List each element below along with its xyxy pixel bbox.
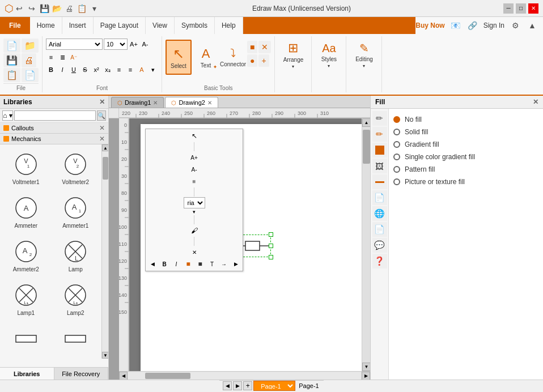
fill-tool-pencil2[interactable]: ✏ (372, 127, 387, 142)
print-file-button[interactable]: 🖨 (22, 53, 36, 67)
gradient-fill-option[interactable]: Gradient fill (393, 138, 538, 151)
copy-button[interactable]: 📄 (22, 68, 39, 82)
align-left-btn[interactable]: ≡ (114, 65, 124, 75)
callouts-section-header[interactable]: Callouts ✕ (0, 123, 108, 134)
prev-page-button[interactable]: ◀ (223, 381, 232, 390)
undo-button[interactable]: ↩ (14, 3, 25, 14)
font-family-select[interactable]: Arial Times New Roman Calibri (46, 39, 103, 50)
menu-help[interactable]: Help (215, 17, 243, 34)
drawing-canvas[interactable]: ↖ A+ A- ≡ rial ▾ (129, 118, 362, 371)
sign-in-button[interactable]: Sign In (483, 22, 504, 29)
file-recovery-tab[interactable]: File Recovery (54, 368, 109, 380)
fill-tool-chat[interactable]: 💬 (372, 238, 387, 253)
ct-a-minus-btn[interactable]: A- (189, 164, 200, 175)
list-item[interactable] (52, 321, 100, 356)
fill-tool-pencil1[interactable]: ✏ (372, 111, 387, 126)
arrange-button[interactable]: ⊞ Arrange ▾ (278, 37, 308, 73)
font-color-dropdown[interactable]: ▾ (148, 65, 158, 75)
list-item[interactable] (2, 321, 50, 356)
scroll-right-button[interactable]: ▶ (362, 372, 370, 380)
fill-tool-image[interactable]: 🖼 (372, 159, 387, 173)
fill-tool-globe[interactable]: 🌐 (372, 206, 387, 221)
menu-insert[interactable]: Insert (62, 17, 94, 34)
font-color-btn[interactable]: A (137, 65, 147, 75)
font-increase-btn[interactable]: A+ (129, 39, 139, 49)
line-spacing-btn[interactable]: ≣ (57, 52, 67, 62)
scroll-down-button[interactable]: ▼ (362, 363, 370, 371)
font-decrease-btn[interactable]: A- (140, 39, 150, 49)
connector-tool-button[interactable]: ⤵ Connector (220, 40, 246, 75)
vertical-scrollbar[interactable]: ▲ ▼ (362, 118, 370, 371)
menu-home[interactable]: Home (30, 17, 62, 34)
handle-tr[interactable] (269, 232, 273, 237)
collapse-icon[interactable]: ▲ (526, 19, 538, 32)
list-item[interactable]: V 1 Voltmeter1 (2, 147, 50, 188)
share-icon[interactable]: 🔗 (466, 19, 479, 32)
ct-italic-btn[interactable]: I (171, 258, 182, 270)
menu-view[interactable]: View (146, 17, 175, 34)
italic-btn[interactable]: I (57, 65, 67, 75)
maximize-button[interactable]: □ (516, 3, 526, 14)
minimize-button[interactable]: ─ (503, 3, 514, 14)
ct-color1-btn[interactable]: ■ (183, 258, 194, 270)
menu-symbols[interactable]: Symbols (175, 17, 215, 34)
handle-mr[interactable] (269, 244, 273, 248)
list-item[interactable]: A Ammeter (2, 190, 50, 232)
font-size-select[interactable]: 10891112 (104, 39, 128, 50)
ct-back-btn[interactable]: ◀ (147, 258, 158, 270)
ct-select-btn[interactable]: ↖ (189, 130, 200, 142)
fill-tool-help[interactable]: ❓ (372, 254, 387, 269)
subscript-btn[interactable]: x₂ (103, 65, 113, 75)
fill-tool-line[interactable] (372, 174, 387, 189)
lib-scroll-up-button[interactable]: ▲ (102, 144, 108, 151)
print-button[interactable]: 🖨 (63, 3, 75, 14)
ct-indent-btn[interactable]: → (218, 258, 230, 270)
solid-fill-option[interactable]: Solid fill (393, 126, 538, 138)
strikethrough-btn[interactable]: S (80, 65, 90, 75)
next-page-button[interactable]: ▶ (233, 381, 242, 390)
buy-now-link[interactable]: Buy Now (415, 22, 444, 29)
ct-font-select[interactable]: rial (184, 197, 205, 208)
drawing2-tab[interactable]: ⬡ Drawing2 ✕ (165, 97, 218, 108)
redo-button[interactable]: ↪ (26, 3, 37, 14)
open-file-button[interactable]: 📁 (22, 39, 39, 53)
scroll-up-button[interactable]: ▲ (362, 118, 370, 127)
list-item[interactable]: L₁ Lamp1 (2, 278, 50, 319)
callouts-close-icon[interactable]: ✕ (99, 124, 105, 132)
single-color-gradient-option[interactable]: Single color gradient fill (393, 151, 538, 163)
drawing1-close[interactable]: ✕ (153, 100, 158, 106)
ct-bold-btn[interactable]: B (159, 258, 170, 270)
fill-close-icon[interactable]: ✕ (533, 98, 538, 106)
handle-br[interactable] (269, 255, 273, 259)
fill-tool-doc[interactable]: 📄 (372, 190, 387, 205)
list-item[interactable]: A 1 Ammeter1 (52, 190, 100, 232)
select-tool-button[interactable]: ↖ Select (166, 40, 192, 75)
scroll-left-button[interactable]: ◀ (119, 372, 128, 380)
drawing2-close[interactable]: ✕ (207, 100, 212, 106)
list-item[interactable]: L₂ Lamp2 (52, 278, 100, 319)
open-button[interactable]: 📂 (51, 3, 62, 14)
fill-tool-doc2[interactable]: 📄 (372, 222, 387, 237)
menu-file[interactable]: File (0, 17, 30, 34)
list-item[interactable]: V 2 Voltmeter2 (52, 147, 100, 188)
underline-btn[interactable]: U (69, 65, 79, 75)
lib-search-button[interactable]: 🔍 (97, 110, 106, 121)
drawing1-tab[interactable]: ⬡ Drawing1 ✕ (111, 97, 164, 108)
text-tool-button[interactable]: A Text ✦ (193, 40, 219, 75)
highlight-btn[interactable]: A⁻ (69, 52, 79, 62)
save-button[interactable]: 💾 (39, 3, 50, 14)
editing-button[interactable]: ✎ Editing ▾ (350, 37, 378, 73)
ct-a-plus-btn[interactable]: A+ (189, 152, 200, 163)
ct-color2-btn[interactable]: ■ (194, 258, 206, 270)
mechanics-section-header[interactable]: Mechanics ✕ (0, 134, 108, 144)
styles-button[interactable]: Aa Styles ▾ (315, 37, 342, 73)
shape-rect-btn[interactable]: ■ (247, 41, 257, 53)
ct-font-dropdown[interactable]: ▾ (193, 209, 196, 215)
list-item[interactable]: A 2 Ammeter2 (2, 234, 50, 275)
picture-texture-option[interactable]: Picture or texture fill (393, 176, 538, 188)
ct-close-btn[interactable]: ✕ (189, 246, 200, 258)
ct-text-btn[interactable]: T (206, 258, 218, 270)
clipboard-button[interactable]: 📋 (76, 3, 87, 14)
dropdown-button[interactable]: ▾ (88, 3, 100, 14)
pattern-fill-option[interactable]: Pattern fill (393, 163, 538, 176)
